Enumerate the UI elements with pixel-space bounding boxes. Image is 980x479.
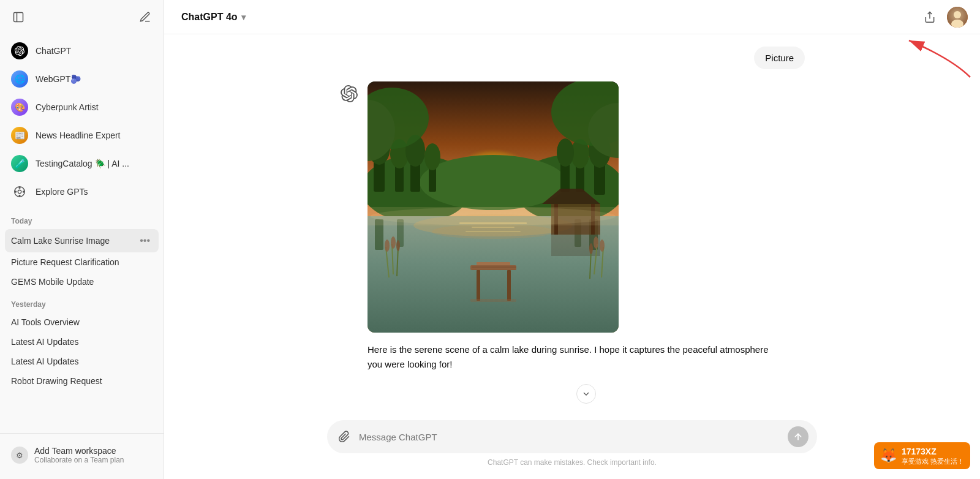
top-bar-right (920, 7, 968, 28)
svg-rect-40 (472, 227, 514, 228)
sidebar-toggle-button[interactable] (9, 7, 28, 27)
user-avatar[interactable] (947, 7, 968, 28)
news-label: News Headline Expert (36, 130, 121, 140)
team-workspace-title: Add Team workspace (34, 446, 124, 456)
chat-item-calm-lake-label: Calm Lake Sunrise Image (11, 236, 137, 246)
svg-rect-49 (477, 262, 510, 265)
svg-point-7 (23, 191, 24, 192)
svg-point-68 (600, 240, 605, 252)
svg-rect-50 (472, 266, 516, 268)
chat-item-ai-tools-label: AI Tools Overview (11, 317, 153, 327)
chat-messages: Picture (327, 47, 817, 414)
today-chat-list: Calm Lake Sunrise Image ••• Picture Requ… (0, 229, 164, 292)
sidebar-footer: ⚙ Add Team workspace Collaborate on a Te… (0, 433, 164, 479)
sidebar-item-webgpt[interactable]: 🌐 WebGPT🫐 (5, 65, 159, 93)
sidebar-item-chatgpt[interactable]: ChatGPT (5, 37, 159, 65)
top-bar: ChatGPT 4o ▾ (164, 0, 980, 34)
sidebar-item-news[interactable]: 📰 News Headline Expert (5, 121, 159, 149)
input-area: ChatGPT can make mistakes. Check importa… (164, 414, 980, 479)
message-input[interactable] (359, 432, 782, 442)
svg-point-3 (18, 190, 21, 194)
chat-area: Picture (164, 34, 980, 414)
cyberpunk-avatar: 🎨 (11, 99, 28, 116)
assistant-text: Here is the serene scene of a calm lake … (368, 342, 784, 372)
svg-point-21 (420, 155, 567, 210)
sidebar-navigation: ChatGPT 🌐 WebGPT🫐 🎨 Cyberpunk Artist 📰 N… (0, 34, 164, 208)
svg-point-69 (589, 243, 593, 254)
chat-item-calm-lake[interactable]: Calm Lake Sunrise Image ••• (5, 229, 159, 252)
svg-rect-0 (14, 13, 23, 22)
svg-point-10 (954, 11, 961, 18)
chat-item-picture-req-label: Picture Request Clarification (11, 257, 153, 267)
send-button[interactable] (788, 426, 809, 447)
chat-item-latest-2-label: Latest AI Updates (11, 356, 153, 366)
assistant-content: Here is the serene scene of a calm lake … (368, 81, 805, 414)
testing-avatar: 🧪 (11, 155, 28, 172)
svg-rect-48 (507, 270, 511, 301)
scroll-down-button[interactable] (576, 384, 596, 404)
input-bar (327, 420, 817, 453)
svg-point-61 (385, 240, 390, 252)
yesterday-chat-list: AI Tools Overview Latest AI Updates Late… (0, 312, 164, 391)
svg-rect-47 (477, 270, 480, 301)
assistant-message-row: Here is the serene scene of a calm lake … (339, 81, 805, 414)
cyberpunk-label: Cyberpunk Artist (36, 102, 99, 112)
section-today: Today (0, 208, 164, 229)
chat-item-gems-label: GEMS Mobile Update (11, 277, 153, 287)
watermark-logo: 🦊 (880, 448, 897, 464)
svg-point-5 (19, 195, 20, 197)
model-selector[interactable]: ChatGPT 4o ▾ (176, 8, 251, 26)
testing-label: TestingCatalog 🪲 | AI ... (36, 159, 129, 168)
svg-point-35 (557, 138, 574, 167)
svg-point-4 (19, 187, 20, 189)
section-yesterday: Yesterday (0, 292, 164, 312)
main-content: ChatGPT 4o ▾ (164, 0, 980, 479)
chat-item-robot-label: Robot Drawing Request (11, 376, 153, 386)
chat-item-latest-2[interactable]: Latest AI Updates (5, 352, 159, 371)
sidebar: ChatGPT 🌐 WebGPT🫐 🎨 Cyberpunk Artist 📰 N… (0, 0, 164, 479)
team-workspace-subtitle: Collaborate on a Team plan (34, 456, 124, 464)
user-message-text: Picture (765, 53, 794, 63)
svg-point-67 (594, 236, 598, 249)
svg-point-29 (424, 143, 440, 170)
svg-rect-51 (472, 269, 516, 270)
svg-rect-52 (470, 299, 516, 302)
input-disclaimer: ChatGPT can make mistakes. Check importa… (488, 458, 657, 467)
chat-item-ai-tools[interactable]: AI Tools Overview (5, 312, 159, 332)
chatgpt-label: ChatGPT (36, 46, 71, 56)
new-chat-button[interactable] (135, 7, 155, 27)
chat-item-gems[interactable]: GEMS Mobile Update (5, 272, 159, 292)
svg-rect-41 (466, 231, 521, 232)
svg-point-6 (15, 191, 17, 192)
explore-icon (11, 183, 28, 200)
team-workspace-icon: ⚙ (11, 447, 28, 464)
svg-point-63 (396, 240, 400, 251)
sidebar-item-explore[interactable]: Explore GPTs (5, 178, 159, 206)
share-button[interactable] (920, 7, 940, 27)
assistant-icon (339, 84, 359, 104)
chat-item-latest-1[interactable]: Latest AI Updates (5, 332, 159, 352)
generated-lake-image (368, 81, 619, 333)
user-message-row: Picture (339, 47, 805, 69)
watermark: 🦊 17173XZ 享受游戏 热爱生活！ (874, 442, 970, 469)
attach-button[interactable] (336, 428, 353, 445)
svg-point-62 (391, 236, 396, 249)
chat-item-latest-1-label: Latest AI Updates (11, 337, 153, 347)
chatgpt-icon (11, 42, 28, 59)
news-avatar: 📰 (11, 127, 28, 144)
webgpt-avatar: 🌐 (11, 70, 28, 88)
chat-item-picture-req[interactable]: Picture Request Clarification (5, 252, 159, 272)
chevron-down-icon: ▾ (241, 12, 246, 22)
webgpt-label: WebGPT🫐 (36, 74, 81, 84)
explore-label: Explore GPTs (36, 187, 88, 197)
user-message-bubble: Picture (754, 47, 805, 69)
svg-point-75 (371, 207, 616, 225)
model-name: ChatGPT 4o (181, 12, 238, 23)
sidebar-header (0, 0, 164, 34)
add-team-workspace-item[interactable]: ⚙ Add Team workspace Collaborate on a Te… (5, 441, 159, 469)
chat-item-more-button[interactable]: ••• (137, 234, 153, 247)
sidebar-item-cyberpunk[interactable]: 🎨 Cyberpunk Artist (5, 93, 159, 121)
arrow-annotation (872, 34, 980, 86)
chat-item-robot[interactable]: Robot Drawing Request (5, 371, 159, 391)
sidebar-item-testing[interactable]: 🧪 TestingCatalog 🪲 | AI ... (5, 149, 159, 178)
